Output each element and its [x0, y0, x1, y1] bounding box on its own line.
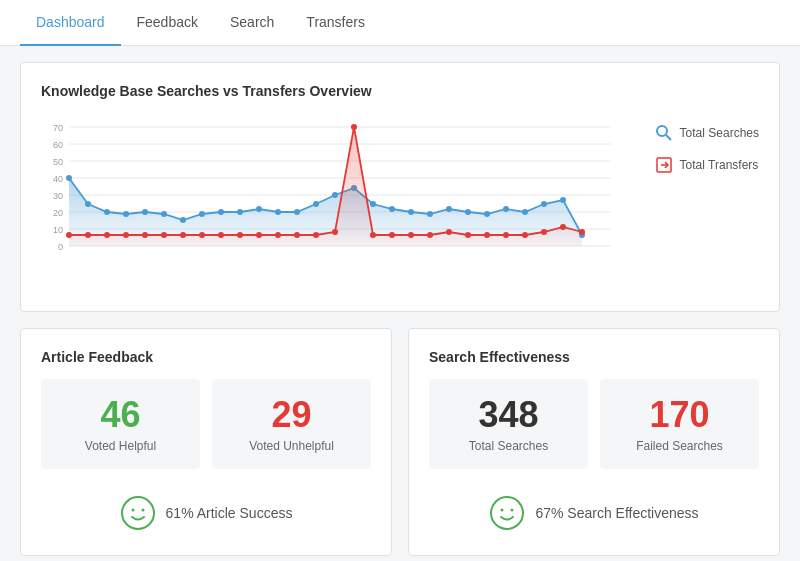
voted-unhelpful-count: 29: [228, 395, 355, 435]
svg-text:50: 50: [53, 157, 63, 167]
tab-transfers[interactable]: Transfers: [290, 0, 381, 46]
svg-point-107: [131, 508, 134, 511]
svg-point-62: [370, 232, 376, 238]
svg-point-53: [199, 232, 205, 238]
app-container: Dashboard Feedback Search Transfers Know…: [0, 0, 800, 561]
svg-point-30: [313, 201, 319, 207]
svg-point-52: [180, 232, 186, 238]
chart-legend: Total Searches Total Transfers: [638, 113, 759, 175]
svg-line-103: [666, 135, 671, 140]
svg-point-48: [104, 232, 110, 238]
article-success-text: 61% Article Success: [166, 505, 293, 521]
svg-point-111: [511, 508, 514, 511]
svg-point-42: [541, 201, 547, 207]
svg-point-24: [199, 211, 205, 217]
svg-point-54: [218, 232, 224, 238]
voted-helpful-box: 46 Voted Helpful: [41, 379, 200, 469]
transfer-icon: [654, 155, 674, 175]
svg-point-43: [560, 197, 566, 203]
search-effectiveness-card: Search Effectiveness 348 Total Searches …: [408, 328, 780, 556]
svg-point-49: [123, 232, 129, 238]
svg-point-110: [501, 508, 504, 511]
total-searches-box: 348 Total Searches: [429, 379, 588, 469]
svg-point-71: [541, 229, 547, 235]
feedback-card-title: Article Feedback: [41, 349, 371, 365]
main-content: Knowledge Base Searches vs Transfers Ove…: [0, 46, 800, 561]
tab-dashboard[interactable]: Dashboard: [20, 0, 121, 46]
svg-point-60: [332, 229, 338, 235]
tab-search[interactable]: Search: [214, 0, 290, 46]
legend-total-searches: Total Searches: [654, 123, 759, 143]
svg-text:0: 0: [58, 242, 63, 252]
svg-point-65: [427, 232, 433, 238]
chart-area: 70 60 50 40 30 20 10 0: [41, 113, 759, 291]
failed-searches-label: Failed Searches: [616, 439, 743, 453]
svg-point-109: [491, 497, 523, 529]
article-success-pct: 61%: [166, 505, 194, 521]
svg-point-36: [427, 211, 433, 217]
feedback-stat-boxes: 46 Voted Helpful 29 Voted Unhelpful: [41, 379, 371, 469]
bottom-row: Article Feedback 46 Voted Helpful 29 Vot…: [20, 328, 780, 556]
smiley-icon: [120, 495, 156, 531]
svg-text:70: 70: [53, 123, 63, 133]
svg-text:30: 30: [53, 191, 63, 201]
svg-point-27: [256, 206, 262, 212]
svg-point-102: [657, 126, 667, 136]
total-searches-label: Total Searches: [445, 439, 572, 453]
svg-point-66: [446, 229, 452, 235]
svg-point-39: [484, 211, 490, 217]
svg-point-28: [275, 209, 281, 215]
svg-point-64: [408, 232, 414, 238]
svg-point-18: [85, 201, 91, 207]
svg-text:10: 10: [53, 225, 63, 235]
svg-point-51: [161, 232, 167, 238]
svg-point-29: [294, 209, 300, 215]
voted-unhelpful-label: Voted Unhelpful: [228, 439, 355, 453]
search-stat-boxes: 348 Total Searches 170 Failed Searches: [429, 379, 759, 469]
svg-point-20: [123, 211, 129, 217]
svg-point-67: [465, 232, 471, 238]
voted-helpful-count: 46: [57, 395, 184, 435]
svg-point-37: [446, 206, 452, 212]
tab-feedback[interactable]: Feedback: [121, 0, 214, 46]
legend-total-transfers: Total Transfers: [654, 155, 759, 175]
svg-point-23: [180, 217, 186, 223]
search-icon: [654, 123, 674, 143]
legend-transfers-label: Total Transfers: [680, 158, 759, 172]
svg-point-25: [218, 209, 224, 215]
svg-point-50: [142, 232, 148, 238]
svg-point-22: [161, 211, 167, 217]
tabs-bar: Dashboard Feedback Search Transfers: [0, 0, 800, 46]
total-searches-count: 348: [445, 395, 572, 435]
search-effectiveness-title: Search Effectiveness: [429, 349, 759, 365]
feedback-card: Article Feedback 46 Voted Helpful 29 Vot…: [20, 328, 392, 556]
chart-svg: 70 60 50 40 30 20 10 0: [41, 113, 638, 291]
svg-text:20: 20: [53, 208, 63, 218]
svg-point-26: [237, 209, 243, 215]
svg-point-19: [104, 209, 110, 215]
svg-point-21: [142, 209, 148, 215]
svg-point-61: [351, 124, 357, 130]
svg-point-73: [579, 229, 585, 235]
svg-point-47: [85, 232, 91, 238]
svg-point-31: [332, 192, 338, 198]
failed-searches-count: 170: [616, 395, 743, 435]
chart-card: Knowledge Base Searches vs Transfers Ove…: [20, 62, 780, 312]
svg-point-41: [522, 209, 528, 215]
svg-point-106: [122, 497, 154, 529]
svg-point-40: [503, 206, 509, 212]
svg-point-57: [275, 232, 281, 238]
svg-point-70: [522, 232, 528, 238]
svg-point-17: [66, 175, 72, 181]
svg-point-56: [256, 232, 262, 238]
voted-helpful-label: Voted Helpful: [57, 439, 184, 453]
svg-point-35: [408, 209, 414, 215]
svg-point-68: [484, 232, 490, 238]
svg-point-46: [66, 232, 72, 238]
article-success-row: 61% Article Success: [41, 485, 371, 535]
voted-unhelpful-box: 29 Voted Unhelpful: [212, 379, 371, 469]
svg-point-38: [465, 209, 471, 215]
svg-text:40: 40: [53, 174, 63, 184]
search-effectiveness-text: 67% Search Effectiveness: [535, 505, 698, 521]
legend-searches-label: Total Searches: [680, 126, 759, 140]
